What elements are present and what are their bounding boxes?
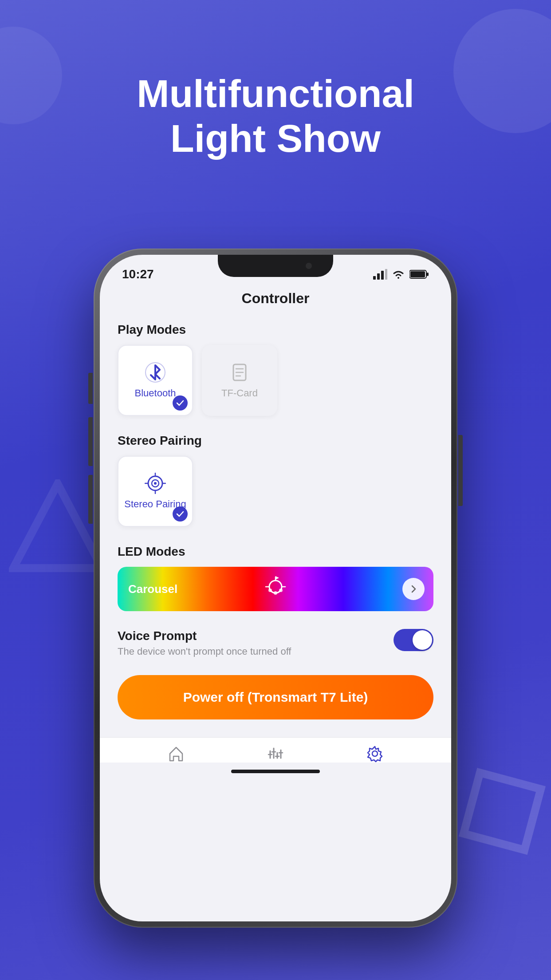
voice-prompt-info: Voice Prompt The device won't prompt onc… <box>118 629 291 657</box>
bluetooth-card[interactable]: Bluetooth <box>118 345 193 416</box>
svg-point-25 <box>274 591 277 595</box>
phone-screen: 10:27 <box>100 255 451 921</box>
nav-settings[interactable] <box>366 745 384 763</box>
play-modes-label: Play Modes <box>118 323 433 337</box>
bg-square-decoration <box>459 768 546 855</box>
screen-content: Controller Play Modes Bluetooth <box>100 281 451 719</box>
nav-equalizer[interactable] <box>267 745 284 763</box>
wifi-icon <box>392 269 405 280</box>
svg-rect-2 <box>377 273 380 280</box>
svg-rect-3 <box>381 271 384 280</box>
svg-point-15 <box>154 482 157 485</box>
voice-prompt-row: Voice Prompt The device won't prompt onc… <box>118 629 433 657</box>
phone-notch <box>218 255 333 277</box>
bluetooth-label: Bluetooth <box>135 387 176 399</box>
svg-rect-4 <box>385 269 387 280</box>
stereo-pairing-label: Stereo Pairing <box>118 434 433 448</box>
tf-card-card[interactable]: TF-Card <box>202 345 277 416</box>
phone-shell: 10:27 <box>94 249 457 928</box>
phone-mockup: 10:27 <box>94 249 457 928</box>
nav-home[interactable] <box>167 745 185 763</box>
stereo-icon <box>145 473 166 494</box>
settings-icon <box>366 745 384 763</box>
home-icon <box>167 745 185 763</box>
phone-button-vol-up <box>88 417 93 466</box>
phone-button-power <box>458 435 463 506</box>
page-title: Controller <box>118 290 433 307</box>
svg-rect-1 <box>373 276 376 280</box>
led-arrow[interactable] <box>402 578 425 600</box>
status-icons <box>373 269 429 280</box>
home-indicator <box>231 770 320 773</box>
carousel-icon <box>262 573 289 605</box>
toggle-knob <box>413 630 432 650</box>
bluetooth-check <box>173 395 188 411</box>
svg-rect-7 <box>427 273 429 276</box>
phone-button-vol-down <box>88 475 93 524</box>
play-modes-row: Bluetooth <box>118 345 433 416</box>
voice-prompt-title: Voice Prompt <box>118 629 291 643</box>
svg-rect-6 <box>410 271 425 277</box>
svg-marker-24 <box>276 576 279 580</box>
power-btn-label: Power off (Tronsmart T7 Lite) <box>183 690 368 705</box>
bluetooth-icon <box>145 362 166 383</box>
equalizer-icon <box>267 745 284 763</box>
stereo-row: Stereo Pairing <box>118 456 433 527</box>
svg-point-36 <box>372 751 378 756</box>
notch-camera <box>306 263 312 269</box>
status-time: 10:27 <box>122 267 154 281</box>
svg-point-26 <box>268 589 272 592</box>
led-modes-label: LED Modes <box>118 545 433 559</box>
tf-card-icon <box>229 362 250 383</box>
led-carousel-label: Carousel <box>128 582 177 596</box>
voice-prompt-subtitle: The device won't prompt once turned off <box>118 646 291 657</box>
signal-icon <box>373 269 387 280</box>
tf-card-label: TF-Card <box>221 387 258 399</box>
phone-button-mute <box>88 373 93 404</box>
svg-point-27 <box>279 589 283 592</box>
bottom-nav <box>100 737 451 763</box>
stereo-check <box>173 506 188 522</box>
main-heading: Multifunctional Light Show <box>0 71 551 161</box>
stereo-pairing-card[interactable]: Stereo Pairing <box>118 456 193 527</box>
voice-prompt-toggle[interactable] <box>394 629 433 651</box>
led-bar[interactable]: Carousel <box>118 567 433 611</box>
power-off-button[interactable]: Power off (Tronsmart T7 Lite) <box>118 675 433 719</box>
battery-icon <box>409 269 429 279</box>
